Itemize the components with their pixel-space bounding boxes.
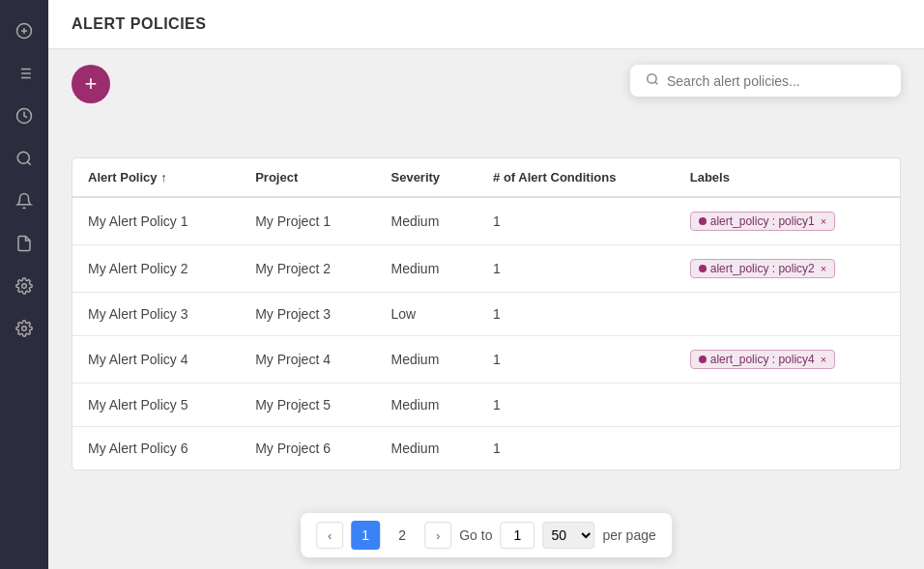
sidebar-item-document[interactable] [5, 224, 43, 263]
main-content: ALERT POLICIES + Alert Policy ↑ Project … [48, 0, 924, 569]
cell-labels [675, 293, 900, 336]
label-dot [699, 265, 707, 272]
cell-policy: My Alert Policy 6 [72, 427, 240, 470]
per-page-label: per page [602, 527, 655, 543]
cell-policy: My Alert Policy 5 [72, 384, 240, 427]
plus-icon: + [85, 71, 98, 97]
cell-project: My Project 2 [240, 245, 375, 293]
cell-severity: Medium [376, 384, 478, 427]
page-title: ALERT POLICIES [72, 15, 901, 33]
cell-labels: alert_policy : policy2× [675, 245, 900, 293]
label-remove-button[interactable]: × [821, 263, 826, 274]
label-tag[interactable]: alert_policy : policy2× [690, 259, 836, 278]
table-row[interactable]: My Alert Policy 4My Project 4Medium1aler… [72, 336, 900, 384]
label-tag[interactable]: alert_policy : policy1× [690, 212, 836, 231]
goto-input[interactable] [500, 522, 534, 549]
cell-alert-conditions: 1 [477, 427, 675, 470]
sidebar-item-clock[interactable] [5, 97, 43, 135]
svg-point-13 [22, 327, 27, 331]
cell-labels [675, 427, 900, 470]
cell-project: My Project 3 [240, 293, 375, 336]
cell-policy: My Alert Policy 1 [72, 197, 240, 245]
label-remove-button[interactable]: × [821, 354, 826, 365]
cell-alert-conditions: 1 [477, 384, 675, 427]
search-box [630, 65, 901, 97]
cell-severity: Medium [376, 427, 478, 470]
per-page-select[interactable]: 10 25 50 100 [542, 522, 594, 549]
page-header: ALERT POLICIES [48, 0, 924, 49]
table-row[interactable]: My Alert Policy 3My Project 3Low1 [72, 293, 900, 336]
table-header-row: Alert Policy ↑ Project Severity # of Ale… [72, 158, 900, 197]
goto-label: Go to [459, 527, 492, 543]
label-dot [699, 356, 707, 363]
cell-policy: My Alert Policy 2 [72, 245, 240, 293]
sidebar-item-bell[interactable] [5, 182, 43, 220]
cell-labels: alert_policy : policy4× [675, 336, 900, 384]
col-project: Project [240, 158, 375, 197]
cell-project: My Project 1 [240, 197, 375, 245]
cell-policy: My Alert Policy 4 [72, 336, 240, 384]
cell-severity: Low [376, 293, 478, 336]
svg-line-15 [655, 82, 658, 85]
sidebar-item-search[interactable] [5, 139, 43, 178]
label-text: alert_policy : policy1 [710, 214, 815, 228]
cell-severity: Medium [376, 197, 478, 245]
table-row[interactable]: My Alert Policy 6My Project 6Medium1 [72, 427, 900, 470]
content-area: + Alert Policy ↑ Project Severity # of A… [48, 49, 924, 569]
label-tag[interactable]: alert_policy : policy4× [690, 350, 836, 369]
table-row[interactable]: My Alert Policy 1My Project 1Medium1aler… [72, 197, 900, 245]
prev-page-button[interactable]: ‹ [316, 522, 343, 549]
cell-alert-conditions: 1 [477, 293, 675, 336]
svg-point-14 [648, 74, 656, 83]
table-row[interactable]: My Alert Policy 5My Project 5Medium1 [72, 384, 900, 427]
cell-policy: My Alert Policy 3 [72, 293, 240, 336]
page-button-2[interactable]: 2 [388, 521, 417, 550]
cell-project: My Project 6 [240, 427, 375, 470]
col-policy[interactable]: Alert Policy ↑ [72, 158, 240, 197]
cell-labels: alert_policy : policy1× [675, 197, 900, 245]
label-text: alert_policy : policy2 [710, 262, 815, 275]
sidebar-item-home[interactable] [5, 12, 43, 50]
search-input[interactable] [667, 73, 885, 89]
add-policy-button[interactable]: + [72, 65, 110, 103]
cell-project: My Project 4 [240, 336, 375, 384]
col-labels: Labels [675, 158, 900, 197]
cell-severity: Medium [376, 336, 478, 384]
col-alert-conditions: # of Alert Conditions [477, 158, 675, 197]
alert-policies-table: Alert Policy ↑ Project Severity # of Ale… [72, 157, 901, 470]
search-icon [646, 72, 659, 89]
pagination: ‹ 1 2 › Go to 10 25 50 100 per page [301, 513, 672, 557]
cell-severity: Medium [376, 245, 478, 293]
next-page-button[interactable]: › [424, 522, 451, 549]
sidebar-item-config[interactable] [5, 309, 43, 348]
page-button-1[interactable]: 1 [351, 521, 380, 550]
label-text: alert_policy : policy4 [710, 353, 815, 366]
svg-line-11 [27, 161, 30, 164]
cell-alert-conditions: 1 [477, 245, 675, 293]
label-remove-button[interactable]: × [821, 215, 826, 227]
col-severity: Severity [376, 158, 478, 197]
label-dot [699, 217, 707, 225]
cell-project: My Project 5 [240, 384, 375, 427]
sidebar-item-list[interactable] [5, 54, 43, 93]
sidebar [0, 0, 48, 569]
svg-point-12 [22, 284, 27, 289]
sidebar-item-gear[interactable] [5, 267, 43, 305]
cell-alert-conditions: 1 [477, 197, 675, 245]
table-row[interactable]: My Alert Policy 2My Project 2Medium1aler… [72, 245, 900, 293]
svg-point-10 [17, 152, 29, 163]
cell-alert-conditions: 1 [477, 336, 675, 384]
cell-labels [675, 384, 900, 427]
